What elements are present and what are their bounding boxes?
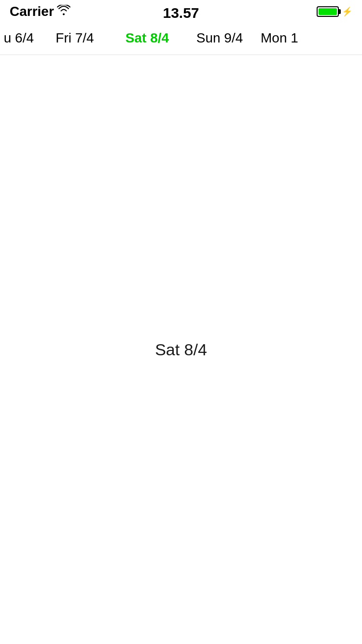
battery-container: ⚡ (317, 6, 352, 17)
day-item-fri[interactable]: Fri 7/4 (39, 21, 111, 55)
center-date-label: Sat 8/4 (155, 340, 207, 359)
day-label-sun: Sun 9/4 (196, 30, 243, 46)
day-item-thu[interactable]: u 6/4 (0, 21, 39, 55)
day-item-sun[interactable]: Sun 9/4 (183, 21, 256, 55)
status-bar: Carrier 13.57 ⚡ (0, 0, 362, 21)
battery-fill (319, 8, 337, 15)
day-label-mon: Mon 1 (261, 30, 298, 46)
day-label-sat: Sat 8/4 (125, 30, 169, 46)
status-left: Carrier (10, 4, 70, 19)
status-right: ⚡ (317, 6, 352, 17)
battery-icon (317, 6, 339, 17)
time-display: 13.57 (163, 5, 199, 21)
main-content: Sat 8/4 (0, 55, 362, 644)
day-item-sat[interactable]: Sat 8/4 (111, 21, 183, 55)
day-navigation[interactable]: u 6/4 Fri 7/4 Sat 8/4 Sun 9/4 Mon 1 (0, 21, 362, 55)
carrier-label: Carrier (10, 4, 54, 19)
day-label-fri: Fri 7/4 (56, 30, 94, 46)
charging-bolt-icon: ⚡ (342, 6, 352, 17)
day-item-mon[interactable]: Mon 1 (256, 21, 299, 55)
wifi-icon (57, 5, 70, 18)
day-label-thu: u 6/4 (4, 30, 34, 46)
